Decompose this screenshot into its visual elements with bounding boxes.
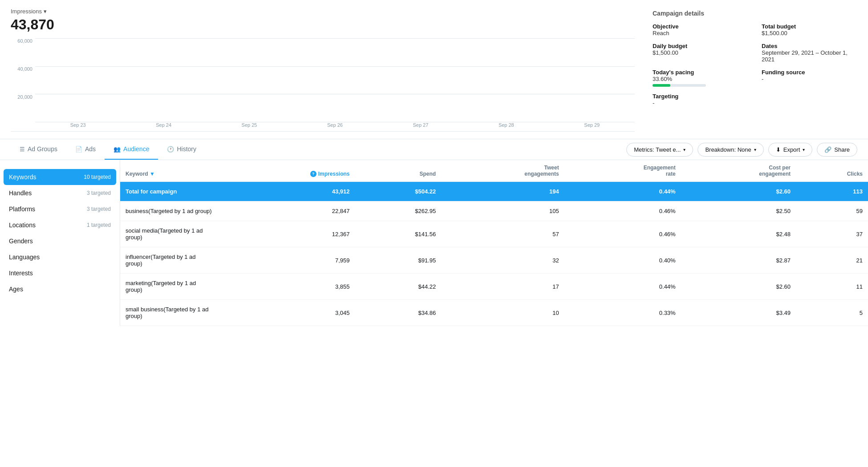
col-header-clicks[interactable]: Clicks: [796, 160, 868, 182]
dates-value: September 29, 2021 – October 1, 2021: [762, 49, 857, 63]
metric-label-text: Impressions: [11, 8, 42, 15]
row-cost-per-engagement-3: $2.60: [681, 274, 796, 300]
sidebar-item-genders[interactable]: Genders: [0, 233, 120, 249]
total-cost-per-engagement: $2.60: [681, 182, 796, 201]
row-keyword-0: business(Targeted by 1 ad group): [120, 201, 218, 221]
breakdown-label: Breakdown: None: [705, 146, 751, 153]
total-tweet-engagements: 194: [441, 182, 564, 201]
share-icon: 🔗: [824, 146, 831, 153]
sidebar-locations-label: Locations: [9, 221, 36, 229]
details-grid: Objective Reach Total budget $1,500.00 D…: [653, 23, 857, 106]
export-chevron-icon: ▾: [803, 147, 805, 152]
campaign-details-title: Campaign details: [653, 10, 857, 17]
col-header-spend[interactable]: Spend: [355, 160, 441, 182]
sidebar-item-keywords[interactable]: Keywords 10 targeted: [4, 169, 116, 185]
pacing-bar-bg: [653, 84, 706, 87]
sidebar-item-languages[interactable]: Languages: [0, 249, 120, 265]
table-header-row: Keyword ▼ ? Impressions Spend Tweetengag…: [120, 160, 868, 182]
targeting-label: Targeting: [653, 93, 748, 100]
tab-ad-groups[interactable]: ☰ Ad Groups: [11, 139, 66, 160]
table-area: Keyword ▼ ? Impressions Spend Tweetengag…: [120, 160, 868, 326]
chart-plot: [35, 38, 635, 122]
export-icon: ⬇: [776, 146, 781, 153]
row-tweet-engagements-0: 105: [441, 201, 564, 221]
sidebar-item-interests[interactable]: Interests: [0, 265, 120, 281]
total-spend: $504.22: [355, 182, 441, 201]
row-spend-0: $262.95: [355, 201, 441, 221]
sidebar-handles-badge: 3 targeted: [87, 190, 111, 196]
data-table: Keyword ▼ ? Impressions Spend Tweetengag…: [120, 160, 868, 326]
export-button[interactable]: ⬇ Export ▾: [768, 143, 813, 157]
ads-icon: 📄: [75, 146, 82, 153]
metrics-label: Metrics: Tweet e...: [634, 146, 681, 153]
total-budget-item: Total budget $1,500.00: [762, 23, 857, 36]
sidebar-platforms-badge: 3 targeted: [87, 206, 111, 212]
row-impressions-3: 3,855: [218, 274, 355, 300]
row-cost-per-engagement-0: $2.50: [681, 201, 796, 221]
x-label-sep25: Sep 25: [242, 122, 257, 131]
pacing-label: Today's pacing: [653, 69, 748, 76]
sidebar-item-handles[interactable]: Handles 3 targeted: [0, 185, 120, 201]
pacing-bar-fill: [653, 84, 670, 87]
tab-ads[interactable]: 📄 Ads: [66, 139, 105, 160]
export-label: Export: [783, 146, 800, 153]
row-impressions-4: 3,045: [218, 300, 355, 326]
col-header-engagement-rate[interactable]: Engagementrate: [564, 160, 681, 182]
dates-item: Dates September 29, 2021 – October 1, 20…: [762, 43, 857, 63]
row-keyword-2: influencer(Targeted by 1 ad group): [120, 247, 218, 274]
history-icon: 🕐: [167, 146, 174, 153]
sidebar-ages-label: Ages: [9, 286, 23, 293]
metrics-chevron-icon: ▾: [683, 147, 685, 152]
daily-budget-item: Daily budget $1,500.00: [653, 43, 748, 63]
total-engagement-rate: 0.44%: [564, 182, 681, 201]
sidebar-item-ages[interactable]: Ages: [0, 281, 120, 297]
pacing-item: Today's pacing 33.60%: [653, 69, 748, 87]
col-header-impressions[interactable]: ? Impressions: [218, 160, 355, 182]
row-spend-2: $91.95: [355, 247, 441, 274]
row-engagement-rate-1: 0.46%: [564, 221, 681, 247]
sidebar-keywords-label: Keywords: [9, 173, 36, 181]
metric-chevron-icon: ▾: [44, 8, 47, 15]
metric-label[interactable]: Impressions ▾: [11, 8, 635, 15]
row-tweet-engagements-2: 32: [441, 247, 564, 274]
objective-value: Reach: [653, 30, 748, 36]
chart-area: Impressions ▾ 43,870 60,000 40,000 20,00…: [11, 8, 635, 132]
row-spend-3: $44.22: [355, 274, 441, 300]
sort-icon: ▼: [150, 171, 155, 177]
sidebar-item-locations[interactable]: Locations 1 targeted: [0, 217, 120, 233]
row-impressions-0: 22,847: [218, 201, 355, 221]
funding-value: -: [762, 76, 857, 82]
col-impressions-label: Impressions: [318, 171, 350, 177]
sidebar-genders-label: Genders: [9, 238, 33, 245]
metrics-button[interactable]: Metrics: Tweet e... ▾: [626, 143, 693, 157]
impressions-help-icon: ?: [310, 171, 316, 177]
share-button[interactable]: 🔗 Share: [817, 143, 857, 157]
tabs-container: ☰ Ad Groups 📄 Ads 👥 Audience 🕐 History: [11, 139, 205, 160]
row-clicks-0: 59: [796, 201, 868, 221]
targeting-item: Targeting -: [653, 93, 748, 106]
sidebar-languages-label: Languages: [9, 254, 40, 261]
chart-container: 60,000 40,000 20,000 Sep 23 Sep 24 Sep 2…: [11, 38, 635, 132]
daily-budget-label: Daily budget: [653, 43, 748, 49]
sidebar-platforms-label: Platforms: [9, 205, 35, 213]
sidebar-keywords-badge: 10 targeted: [84, 174, 111, 180]
tab-history-label: History: [177, 145, 196, 153]
x-label-sep23: Sep 23: [70, 122, 86, 131]
tab-audience[interactable]: 👥 Audience: [105, 139, 158, 160]
tab-ads-label: Ads: [85, 145, 96, 153]
sidebar-handles-label: Handles: [9, 189, 32, 197]
col-header-keyword[interactable]: Keyword ▼: [120, 160, 218, 182]
row-engagement-rate-0: 0.46%: [564, 201, 681, 221]
table-row: social media(Targeted by 1 ad group) 12,…: [120, 221, 868, 247]
dates-label: Dates: [762, 43, 857, 49]
row-keyword-1: social media(Targeted by 1 ad group): [120, 221, 218, 247]
sidebar-item-platforms[interactable]: Platforms 3 targeted: [0, 201, 120, 217]
funding-item: Funding source -: [762, 69, 857, 87]
tab-history[interactable]: 🕐 History: [158, 139, 205, 160]
row-keyword-4: small business(Targeted by 1 ad group): [120, 300, 218, 326]
breakdown-button[interactable]: Breakdown: None ▾: [698, 143, 763, 157]
sidebar: Keywords 10 targeted Handles 3 targeted …: [0, 160, 120, 326]
col-header-tweet-engagements[interactable]: Tweetengagements: [441, 160, 564, 182]
col-header-cost-per-engagement[interactable]: Cost perengagement: [681, 160, 796, 182]
table-row: business(Targeted by 1 ad group) 22,847 …: [120, 201, 868, 221]
